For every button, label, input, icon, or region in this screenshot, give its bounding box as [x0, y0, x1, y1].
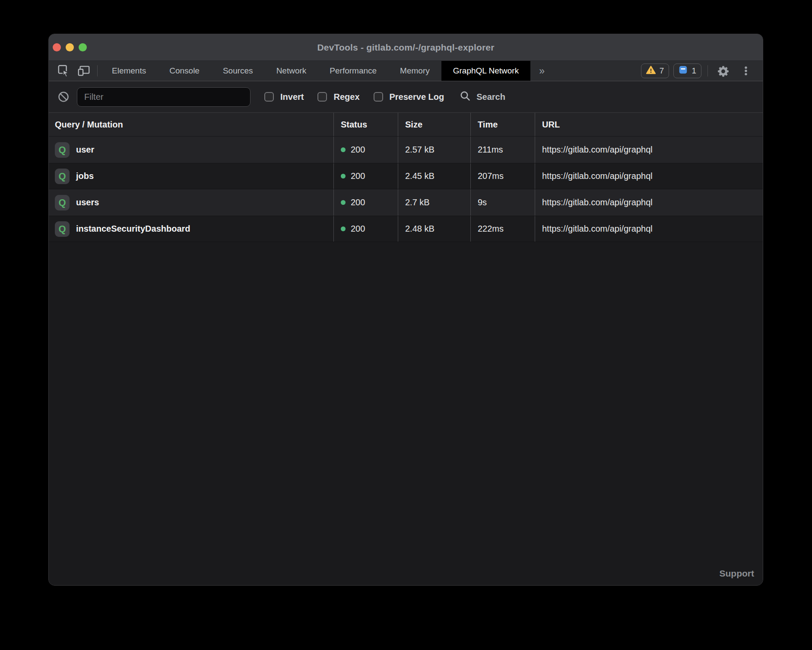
status-dot-icon [341, 200, 346, 205]
request-url: https://gitlab.com/api/graphql [542, 171, 653, 181]
status-code: 200 [351, 198, 365, 207]
request-name: instanceSecurityDashboard [76, 224, 190, 234]
request-name: user [76, 145, 94, 155]
invert-checkbox[interactable] [264, 92, 274, 102]
minimize-button[interactable] [66, 43, 74, 51]
request-time: 207ms [478, 171, 504, 181]
support-link[interactable]: Support [720, 568, 754, 579]
tab-memory[interactable]: Memory [388, 61, 441, 81]
inspect-element-icon[interactable] [57, 64, 70, 77]
panel-empty-area: Support [49, 242, 763, 585]
kebab-menu-icon[interactable] [737, 65, 755, 76]
toolbar-separator [97, 65, 98, 76]
toolbar-right-group: 7 1 [641, 61, 763, 81]
request-time: 9s [478, 198, 487, 207]
table-row[interactable]: Q user 200 2.57 kB 211ms https://gitlab.… [49, 137, 763, 163]
preserve-log-checkbox-group[interactable]: Preserve Log [374, 92, 444, 102]
search-icon [460, 90, 471, 103]
request-time: 222ms [478, 224, 504, 234]
table-row[interactable]: Q jobs 200 2.45 kB 207ms https://gitlab.… [49, 163, 763, 189]
toolbar-separator [707, 65, 708, 76]
status-dot-icon [341, 174, 346, 178]
device-toolbar-icon[interactable] [77, 64, 90, 77]
filter-input[interactable] [77, 87, 251, 107]
filter-bar: Invert Regex Preserve Log Search [49, 81, 763, 113]
request-url: https://gitlab.com/api/graphql [542, 145, 653, 155]
warnings-badge[interactable]: 7 [641, 64, 669, 78]
status-dot-icon [341, 226, 346, 231]
search-label: Search [476, 92, 505, 102]
status-dot-icon [341, 147, 346, 152]
status-code: 200 [351, 224, 365, 234]
tab-sources[interactable]: Sources [211, 61, 265, 81]
table-row[interactable]: Q instanceSecurityDashboard 200 2.48 kB … [49, 216, 763, 242]
status-code: 200 [351, 171, 365, 181]
request-time: 211ms [478, 145, 503, 155]
query-type-badge: Q [55, 195, 70, 210]
request-size: 2.57 kB [405, 145, 435, 155]
title-bar: DevTools - gitlab.com/-/graphql-explorer [49, 34, 763, 61]
request-url: https://gitlab.com/api/graphql [542, 224, 653, 234]
devtools-window: DevTools - gitlab.com/-/graphql-explorer… [48, 34, 763, 586]
tab-performance[interactable]: Performance [318, 61, 388, 81]
column-header-query-mutation[interactable]: Query / Mutation [49, 113, 333, 136]
request-name: jobs [76, 171, 94, 181]
issues-badge[interactable]: 1 [673, 64, 701, 78]
query-type-badge: Q [55, 142, 70, 158]
devtools-tab-bar: Elements Console Sources Network Perform… [49, 61, 763, 81]
warnings-count: 7 [660, 66, 664, 76]
issues-message-icon [679, 65, 688, 76]
request-url: https://gitlab.com/api/graphql [542, 198, 653, 207]
column-header-url[interactable]: URL [535, 113, 763, 136]
tab-network[interactable]: Network [265, 61, 318, 81]
search-control[interactable]: Search [460, 90, 505, 103]
status-code: 200 [351, 145, 365, 155]
invert-label: Invert [280, 92, 304, 102]
tab-elements[interactable]: Elements [100, 61, 158, 81]
close-button[interactable] [53, 43, 61, 51]
more-tabs-chevron-icon[interactable]: » [530, 61, 553, 81]
request-size: 2.48 kB [405, 224, 435, 234]
table-header: Query / Mutation Status Size Time URL [49, 113, 763, 137]
tab-graphql-network[interactable]: GraphQL Network [441, 61, 530, 81]
issues-count: 1 [691, 66, 696, 76]
clear-block-icon[interactable] [57, 91, 70, 103]
regex-label: Regex [333, 92, 359, 102]
preserve-log-checkbox[interactable] [374, 92, 383, 102]
tab-console[interactable]: Console [158, 61, 211, 81]
request-name: users [76, 198, 99, 207]
zoom-button[interactable] [79, 43, 87, 51]
column-header-time[interactable]: Time [470, 113, 535, 136]
query-type-badge: Q [55, 169, 70, 184]
settings-gear-icon[interactable] [714, 65, 733, 77]
column-header-status[interactable]: Status [333, 113, 398, 136]
request-size: 2.45 kB [405, 171, 435, 181]
query-type-badge: Q [55, 221, 70, 237]
preserve-log-label: Preserve Log [390, 92, 444, 102]
window-title: DevTools - gitlab.com/-/graphql-explorer [317, 42, 494, 53]
column-header-size[interactable]: Size [398, 113, 470, 136]
regex-checkbox-group[interactable]: Regex [317, 92, 359, 102]
request-size: 2.7 kB [405, 198, 430, 207]
traffic-lights [53, 34, 87, 61]
table-row[interactable]: Q users 200 2.7 kB 9s https://gitlab.com… [49, 189, 763, 216]
invert-checkbox-group[interactable]: Invert [264, 92, 304, 102]
warning-triangle-icon [646, 66, 656, 76]
regex-checkbox[interactable] [317, 92, 327, 102]
toolbar-left-icons [49, 61, 97, 81]
